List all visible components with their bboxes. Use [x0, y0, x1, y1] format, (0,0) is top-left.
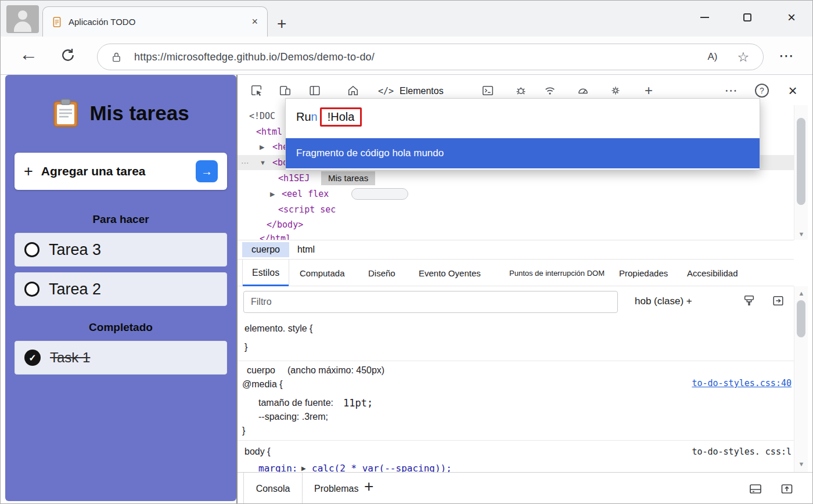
dom-node-body-close[interactable]: </body>	[238, 217, 794, 232]
devtools-more-button[interactable]: ⋯	[722, 82, 740, 99]
stylesheet-link[interactable]: to-do-styles. css:l	[692, 447, 792, 457]
help-icon: ?	[755, 84, 769, 98]
styles-scrollbar[interactable]: ▲ ▼	[794, 286, 808, 472]
flex-badge[interactable]	[351, 188, 408, 200]
browser-window: Aplicación TODO × + × ← https://microsof…	[0, 0, 813, 504]
checkbox-unchecked-icon[interactable]	[24, 242, 39, 257]
dom-node-h1[interactable]: <h1SEJ Mis tareas	[238, 171, 794, 186]
welcome-home-button[interactable]	[344, 82, 362, 99]
back-button[interactable]: ←	[19, 44, 38, 65]
scrollbar-thumb[interactable]	[797, 300, 805, 337]
network-button[interactable]	[541, 82, 559, 99]
avatar-head-icon	[18, 10, 27, 20]
url-text[interactable]: https://microsoftedge.github.io/Demos/de…	[134, 51, 375, 63]
refresh-button[interactable]	[60, 47, 76, 66]
command-input[interactable]: Run!Hola	[286, 99, 760, 135]
scrollbar-thumb[interactable]	[797, 118, 805, 205]
inspect-element-button[interactable]	[248, 82, 265, 99]
css-property-name[interactable]: tamaño de fuente:	[258, 398, 333, 408]
debugger-button[interactable]	[512, 82, 530, 99]
checkbox-unchecked-icon[interactable]	[24, 282, 39, 297]
address-bar[interactable]: https://microsoftedge.github.io/Demos/de…	[97, 44, 764, 70]
dom-node-script[interactable]: <script sec	[238, 202, 794, 217]
close-icon: ×	[787, 10, 796, 24]
new-tab-button[interactable]: +	[277, 15, 286, 33]
css-property-value[interactable]: 11pt;	[343, 397, 373, 409]
tab-problems[interactable]: Problemas	[314, 473, 358, 504]
breadcrumb-item-html[interactable]: html	[297, 244, 315, 255]
task-row[interactable]: Tarea 3	[15, 233, 227, 267]
tab-accessibility[interactable]: Accesibilidad	[687, 260, 738, 286]
scroll-down-icon[interactable]: ▼	[794, 231, 808, 237]
css-property[interactable]: --spacing: .3rem;	[258, 412, 328, 422]
autocomplete-ghost-text: n	[311, 110, 318, 123]
devtools-help-button[interactable]: ?	[753, 82, 771, 99]
breadcrumb: cuerpo html	[238, 240, 794, 260]
tab-layout[interactable]: Diseño	[368, 260, 395, 286]
tab-properties[interactable]: Propiedades	[619, 260, 668, 286]
stylesheet-link[interactable]: to-do-styles.css:40	[692, 378, 792, 388]
rule-separator	[238, 361, 794, 361]
devtools-close-button[interactable]: ×	[784, 82, 801, 99]
profile-avatar[interactable]	[6, 5, 39, 33]
rule-separator	[238, 440, 794, 441]
css-rule-selector[interactable]: body {	[244, 447, 270, 457]
add-tool-button[interactable]: +	[640, 82, 657, 99]
settings-gear-button[interactable]	[607, 82, 624, 99]
browser-menu-icon[interactable]: ⋯	[779, 47, 795, 65]
expand-value-icon[interactable]: ▶	[301, 465, 306, 471]
panel-layout-button[interactable]	[306, 82, 323, 99]
performance-button[interactable]	[574, 82, 592, 99]
add-task-submit-button[interactable]: →	[196, 160, 218, 182]
read-aloud-icon[interactable]: A)	[707, 51, 717, 63]
gauge-icon	[577, 84, 589, 97]
open-sidebar-button[interactable]	[769, 292, 787, 309]
styles-filter-input[interactable]	[243, 291, 618, 313]
import-arrow-icon	[780, 482, 794, 496]
tab-styles[interactable]: Estilos	[242, 260, 289, 286]
scroll-up-icon[interactable]: ▲	[794, 290, 808, 297]
console-panel-button[interactable]	[479, 82, 497, 99]
device-emulation-button[interactable]	[276, 82, 294, 99]
add-drawer-tab-icon[interactable]: +	[364, 477, 373, 496]
favorite-star-icon[interactable]: ☆	[737, 49, 749, 65]
command-menu-popup: Run!Hola Fragmento de código hola mundo	[285, 98, 760, 170]
close-window-button[interactable]: ×	[782, 9, 801, 26]
gear-icon	[609, 84, 622, 97]
breadcrumb-item-body[interactable]: cuerpo	[242, 242, 289, 257]
brush-button[interactable]	[740, 292, 758, 309]
suggestion-item-selected[interactable]: Fragmento de código hola mundo	[286, 138, 760, 168]
tab-console-drawer[interactable]: Consola	[243, 473, 303, 504]
drag-handle-icon[interactable]: ⋯	[241, 155, 250, 170]
tab-event-listeners[interactable]: Evento Oyentes	[419, 260, 481, 286]
task-row[interactable]: Tarea 2	[15, 272, 227, 306]
import-button[interactable]	[778, 480, 796, 498]
css-rule-selector[interactable]: cuerpo	[247, 365, 275, 376]
selected-node-text[interactable]: Mis tareas	[321, 171, 375, 185]
dom-node-list[interactable]: ▶ <eel flex	[238, 186, 794, 201]
dom-scrollbar[interactable]: ▼	[794, 105, 808, 240]
dom-node-html-close[interactable]: </html	[238, 231, 794, 240]
completed-task-row[interactable]: ✓ Task 1	[15, 341, 227, 375]
tab-close-icon[interactable]: ×	[251, 16, 258, 28]
minimize-button[interactable]	[695, 9, 714, 26]
expand-arrow-icon[interactable]: ▶	[260, 139, 264, 154]
home-icon	[347, 84, 359, 97]
console-sidebar-button[interactable]	[746, 480, 765, 498]
css-rule-close: }	[244, 342, 247, 352]
devtools-panel: </> Elementos	[238, 75, 813, 504]
hov-class-toggle[interactable]: hob (clase) +	[635, 296, 692, 307]
collapse-arrow-icon[interactable]: ▼	[260, 155, 266, 170]
refresh-icon	[60, 47, 76, 63]
device-toolbar-icon	[279, 84, 292, 97]
checkbox-checked-icon[interactable]: ✓	[24, 350, 41, 366]
tab-computed[interactable]: Computada	[300, 260, 345, 286]
maximize-button[interactable]	[738, 9, 757, 26]
tab-dom-breakpoints[interactable]: Puntos de interrupción DOM	[509, 260, 605, 286]
browser-tab[interactable]: Aplicación TODO ×	[42, 6, 268, 37]
add-task-row[interactable]: + Agregar una tarea →	[15, 153, 227, 190]
css-rule-selector[interactable]: elemento. style {	[244, 323, 312, 334]
task-label: Tarea 2	[49, 280, 101, 298]
expand-arrow-icon[interactable]: ▶	[270, 186, 275, 201]
scroll-down-icon[interactable]: ▼	[794, 460, 808, 467]
